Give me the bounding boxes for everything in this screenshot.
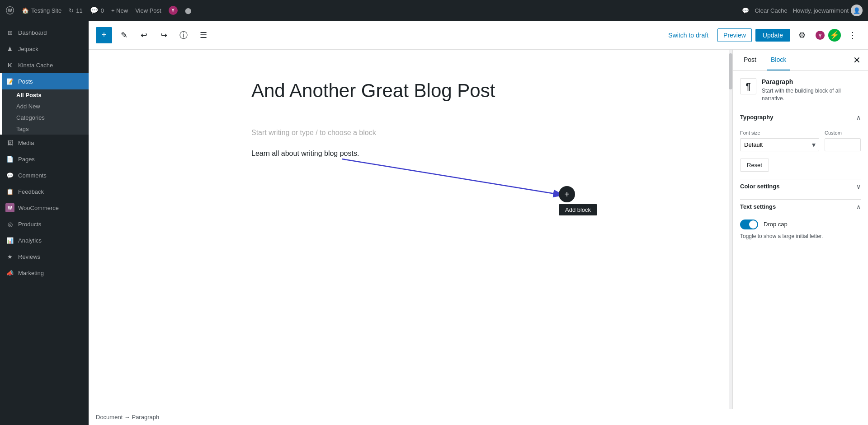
drop-cap-label: Drop cap <box>764 221 788 228</box>
sidebar-item-dashboard[interactable]: ⊞ Dashboard <box>0 24 89 41</box>
custom-size-group: Custom <box>825 130 861 151</box>
circle-icon[interactable]: ⬤ <box>185 7 192 14</box>
updates[interactable]: ↻ 11 <box>69 7 82 14</box>
jetpack-icon: ♟ <box>5 44 14 53</box>
text-settings-header[interactable]: Text settings ∧ <box>740 199 861 214</box>
sidebar-item-comments[interactable]: 💬 Comments <box>0 167 89 183</box>
plus-icon: + <box>102 30 107 40</box>
scrollbar-thumb[interactable] <box>729 53 732 89</box>
close-panel-button[interactable]: ✕ <box>853 55 861 65</box>
howdy[interactable]: Howdy, joewarnimont 👤 <box>793 5 863 16</box>
more-options-button[interactable]: ⋮ <box>844 27 861 43</box>
custom-size-input[interactable] <box>825 138 861 151</box>
info-icon: ⓘ <box>179 30 188 41</box>
posts-icon: 📝 <box>5 77 14 86</box>
text-settings-label: Text settings <box>740 203 776 210</box>
sidebar-item-analytics[interactable]: 📊 Analytics <box>0 232 89 248</box>
submenu-add-new[interactable]: Add New <box>0 101 89 112</box>
add-block-tooltip: Add block <box>559 204 597 215</box>
color-settings-label: Color settings <box>740 183 779 190</box>
drop-cap-toggle[interactable] <box>740 220 758 229</box>
font-size-select-wrapper[interactable]: Default <box>740 138 819 151</box>
add-block-circle-button[interactable]: + <box>559 186 575 202</box>
submenu-tags[interactable]: Tags <box>0 123 89 135</box>
reviews-icon: ★ <box>5 252 14 261</box>
tab-post[interactable]: Post <box>740 50 760 70</box>
settings-button[interactable]: ⚙ <box>794 27 810 43</box>
tab-block[interactable]: Block <box>767 50 790 70</box>
top-bar-right: 💬 Clear Cache Howdy, joewarnimont 👤 <box>742 5 863 16</box>
redo-icon: ↪ <box>160 30 167 40</box>
add-block-area: + Add block <box>559 186 570 215</box>
marketing-icon: 📣 <box>5 268 14 277</box>
svg-text:Y: Y <box>818 33 822 38</box>
paragraph-description: Start with the building block of all nar… <box>762 87 861 103</box>
svg-line-5 <box>342 159 563 195</box>
block-content[interactable]: Learn all about writing blog posts. <box>251 148 570 159</box>
yoast[interactable]: Y <box>169 6 178 15</box>
sidebar-item-woocommerce[interactable]: W WooCommerce <box>0 200 89 216</box>
yoast-toolbar-icon[interactable]: Y <box>814 29 826 42</box>
view-post[interactable]: View Post <box>135 7 161 14</box>
sidebar-item-kinsta[interactable]: K Kinsta Cache <box>0 57 89 73</box>
drop-cap-row: Drop cap <box>740 220 861 229</box>
block-placeholder[interactable]: Start writing or type / to choose a bloc… <box>251 125 570 140</box>
text-settings-section: Text settings ∧ Drop cap Toggle to show … <box>740 199 861 239</box>
wp-logo[interactable]: W <box>5 6 14 15</box>
add-block-toolbar-button[interactable]: + <box>96 27 112 43</box>
typography-section-header[interactable]: Typography ∧ <box>740 110 861 125</box>
scrollbar-track[interactable] <box>729 50 732 409</box>
pages-icon: 📄 <box>5 154 14 163</box>
info-button[interactable]: ⓘ <box>175 27 192 43</box>
top-bar: W 🏠 Testing Site ↻ 11 💬 0 + New View Pos… <box>0 0 868 21</box>
paragraph-title: Paragraph <box>762 78 861 85</box>
right-panel-body: ¶ Paragraph Start with the building bloc… <box>733 71 868 409</box>
kinsta-icon: K <box>5 61 14 70</box>
feedback-icon: 📋 <box>5 187 14 196</box>
font-size-select[interactable]: Default <box>740 138 819 151</box>
color-settings-chevron-icon: ∨ <box>856 183 861 190</box>
sidebar-item-feedback[interactable]: 📋 Feedback <box>0 183 89 200</box>
breadcrumb: Document → Paragraph <box>89 409 868 425</box>
sidebar-item-pages[interactable]: 📄 Pages <box>0 151 89 167</box>
submenu-all-posts[interactable]: All Posts <box>0 89 89 101</box>
sidebar-item-products[interactable]: ◎ Products <box>0 216 89 232</box>
products-icon: ◎ <box>5 220 14 229</box>
pencil-icon: ✎ <box>121 30 127 40</box>
editor-content-wrapper: And Another Great Blog Post Start writin… <box>89 50 868 409</box>
block-info-header: ¶ Paragraph Start with the building bloc… <box>740 78 861 103</box>
post-title[interactable]: And Another Great Blog Post <box>251 79 570 103</box>
edit-tool-button[interactable]: ✎ <box>116 27 132 43</box>
color-settings-header[interactable]: Color settings ∨ <box>740 179 861 194</box>
media-icon: 🖼 <box>5 138 14 147</box>
list-view-icon: ☰ <box>200 30 207 40</box>
sidebar: ⊞ Dashboard ♟ Jetpack K Kinsta Cache <box>0 21 89 425</box>
sidebar-item-media[interactable]: 🖼 Media <box>0 135 89 151</box>
lightning-icon[interactable]: ⚡ <box>828 29 841 42</box>
font-size-group: Font size Default <box>740 130 819 151</box>
sidebar-item-posts[interactable]: 📝 Posts All Posts Add New Categories Tag… <box>0 73 89 135</box>
sidebar-item-reviews[interactable]: ★ Reviews <box>0 248 89 265</box>
editor-canvas-wrapper[interactable]: And Another Great Blog Post Start writin… <box>89 50 732 409</box>
clear-cache[interactable]: Clear Cache <box>755 7 787 14</box>
undo-button[interactable]: ↩ <box>136 27 152 43</box>
paragraph-block-icon: ¶ <box>740 78 756 94</box>
reset-button[interactable]: Reset <box>740 159 769 172</box>
redo-button[interactable]: ↪ <box>156 27 172 43</box>
submenu-categories[interactable]: Categories <box>0 112 89 123</box>
typography-label: Typography <box>740 114 773 121</box>
sidebar-item-marketing[interactable]: 📣 Marketing <box>0 265 89 281</box>
chat-icon[interactable]: 💬 <box>742 7 749 14</box>
preview-button[interactable]: Preview <box>717 28 752 42</box>
new-post[interactable]: + New <box>111 7 128 14</box>
text-settings-chevron-icon: ∧ <box>856 203 861 210</box>
update-button[interactable]: Update <box>755 29 790 42</box>
more-icon: ⋮ <box>849 30 857 40</box>
switch-to-draft-button[interactable]: Switch to draft <box>663 29 714 42</box>
toolbar-right: Switch to draft Preview Update ⚙ Y ⚡ ⋮ <box>663 27 861 43</box>
plugin-icons: Y ⚡ <box>814 29 841 42</box>
list-view-button[interactable]: ☰ <box>195 27 212 43</box>
sidebar-item-jetpack[interactable]: ♟ Jetpack <box>0 41 89 57</box>
site-name[interactable]: 🏠 Testing Site <box>22 7 61 14</box>
comments[interactable]: 💬 0 <box>90 6 104 14</box>
